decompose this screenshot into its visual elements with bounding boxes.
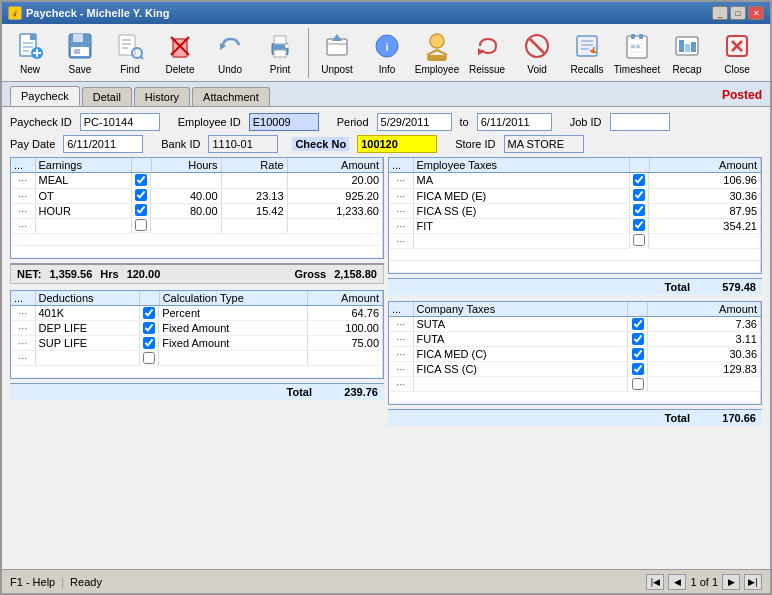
emptax-empty-cb[interactable]: [630, 233, 650, 248]
emptax-row-ma: ··· MA 106.96: [389, 173, 761, 189]
earnings-hour-cb[interactable]: [132, 203, 152, 218]
tab-attachment[interactable]: Attachment: [192, 87, 270, 106]
emptax-col-amount: Amount: [649, 158, 760, 173]
void-tool-button[interactable]: Void: [513, 27, 561, 78]
void-icon: [521, 30, 553, 62]
undo-tool-button[interactable]: Undo: [206, 27, 254, 78]
unpost-tool-button[interactable]: Unpost: [313, 27, 361, 78]
ded-deplife-cb[interactable]: [140, 321, 160, 336]
tab-detail[interactable]: Detail: [82, 87, 132, 106]
ded-row-empty: ···: [11, 351, 383, 366]
comptax-suta-cb[interactable]: [628, 317, 648, 332]
emptax-row-spacer2: [389, 260, 761, 272]
emptax-fit-cb[interactable]: [630, 218, 650, 233]
emptax-empty-name: [413, 233, 629, 248]
info-tool-button[interactable]: i Info: [363, 27, 411, 78]
tab-paycheck[interactable]: Paycheck: [10, 86, 80, 106]
last-page-button[interactable]: ▶|: [744, 574, 762, 590]
emptax-empty-amount: [649, 233, 760, 248]
delete-icon: [164, 30, 196, 62]
recap-tool-button[interactable]: Recap: [663, 27, 711, 78]
prev-page-button[interactable]: ◀: [668, 574, 686, 590]
gross-value: 2,158.80: [334, 268, 377, 280]
find-tool-button[interactable]: Find: [106, 27, 154, 78]
earnings-summary: NET: 1,359.56 Hrs 120.00 Gross 2,158.80: [10, 263, 384, 284]
comptax-ficassc-cb[interactable]: [628, 362, 648, 377]
save-tool-label: Save: [69, 64, 92, 75]
earnings-ot-rate: 23.13: [221, 188, 287, 203]
period-from-input[interactable]: [377, 113, 452, 131]
emptax-ficamed-name: FICA MED (E): [413, 188, 629, 203]
emptax-fit-name: FIT: [413, 218, 629, 233]
store-id-input[interactable]: [504, 135, 584, 153]
earnings-meal-name: MEAL: [35, 173, 131, 189]
window-close-button[interactable]: ✕: [748, 6, 764, 20]
svg-rect-50: [636, 45, 640, 48]
pay-date-input[interactable]: [63, 135, 143, 153]
new-icon: [14, 30, 46, 62]
ded-empty-cb[interactable]: [140, 351, 160, 366]
void-tool-label: Void: [527, 64, 546, 75]
emptax-ma-cb[interactable]: [630, 173, 650, 188]
tables-area: ... Earnings Hours Rate Amount ···: [10, 157, 762, 563]
print-tool-button[interactable]: Print: [256, 27, 304, 78]
tab-history[interactable]: History: [134, 87, 190, 106]
comptax-empty-dots: ···: [389, 377, 413, 392]
save-tool-button[interactable]: Save: [56, 27, 104, 78]
ded-401k-dots: ···: [11, 305, 35, 321]
first-page-button[interactable]: |◀: [646, 574, 664, 590]
ded-empty-calctype: [159, 351, 307, 366]
delete-tool-button[interactable]: Delete: [156, 27, 204, 78]
earnings-ot-amount: 925.20: [287, 188, 382, 203]
employee-id-input[interactable]: [249, 113, 319, 131]
info-tool-label: Info: [379, 64, 396, 75]
comp-taxes-total-value: 170.66: [696, 412, 756, 424]
recalls-tool-button[interactable]: Recalls: [563, 27, 611, 78]
employee-tool-button[interactable]: Employee: [413, 27, 461, 78]
earnings-table-container: ... Earnings Hours Rate Amount ···: [10, 157, 384, 259]
comptax-col-name: Company Taxes: [413, 302, 628, 317]
emptax-ficass-name: FICA SS (E): [413, 203, 629, 218]
comptax-ficamedc-cb[interactable]: [628, 347, 648, 362]
bank-id-input[interactable]: [208, 135, 278, 153]
comptax-empty-cb[interactable]: [628, 377, 648, 392]
comptax-ficamedc-dots: ···: [389, 347, 413, 362]
next-page-button[interactable]: ▶: [722, 574, 740, 590]
emptax-row-empty: ···: [389, 233, 761, 248]
check-no-input[interactable]: [357, 135, 437, 153]
comptax-row-suta: ··· SUTA 7.36: [389, 316, 761, 332]
comptax-empty-name: [413, 377, 628, 392]
close-tool-button[interactable]: Close: [713, 27, 761, 78]
earnings-meal-cb[interactable]: [132, 173, 152, 188]
ded-suplife-cb[interactable]: [140, 336, 160, 351]
tab-bar: Paycheck Detail History Attachment Poste…: [2, 82, 770, 107]
form-row-1: Paycheck ID Employee ID Period to Job ID: [10, 113, 762, 131]
comptax-ficassc-amount: 129.83: [648, 362, 761, 377]
employee-icon: [421, 30, 453, 62]
paycheck-id-input[interactable]: [80, 113, 160, 131]
deductions-total-value: 239.76: [318, 386, 378, 398]
emptax-ficass-cb[interactable]: [630, 203, 650, 218]
earnings-empty-cb[interactable]: [132, 218, 152, 233]
ded-401k-cb[interactable]: [140, 306, 160, 321]
period-to-input[interactable]: [477, 113, 552, 131]
earnings-ot-cb[interactable]: [132, 188, 152, 203]
minimize-button[interactable]: _: [712, 6, 728, 20]
maximize-button[interactable]: □: [730, 6, 746, 20]
ded-suplife-dots: ···: [11, 336, 35, 351]
find-tool-label: Find: [120, 64, 139, 75]
print-icon: [264, 30, 296, 62]
earnings-meal-amount: 20.00: [287, 173, 382, 189]
comp-taxes-total-label: Total: [665, 412, 690, 424]
employee-id-label: Employee ID: [178, 116, 241, 128]
emptax-empty-dots: ···: [389, 233, 413, 248]
emptax-ficamed-cb[interactable]: [630, 188, 650, 203]
emptax-col-cb: [629, 158, 649, 173]
job-id-input[interactable]: [610, 113, 670, 131]
comptax-futa-cb[interactable]: [628, 332, 648, 347]
reissue-tool-button[interactable]: Reissue: [463, 27, 511, 78]
comptax-futa-name: FUTA: [413, 332, 628, 347]
new-tool-button[interactable]: New: [6, 27, 54, 78]
timesheet-tool-button[interactable]: Timesheet: [613, 27, 661, 78]
emp-taxes-table-container: ... Employee Taxes Amount ··· MA: [388, 157, 762, 274]
